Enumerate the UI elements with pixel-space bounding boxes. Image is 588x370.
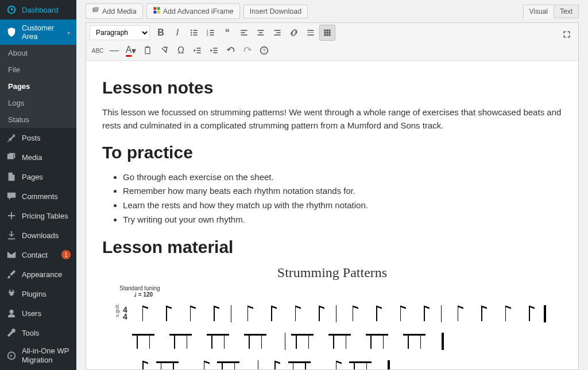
- svg-rect-35: [324, 29, 326, 31]
- submenu-logs[interactable]: Logs: [0, 95, 76, 111]
- svg-rect-6: [94, 7, 99, 11]
- migrate-icon: [6, 350, 17, 361]
- page-icon: [6, 171, 17, 182]
- menu-users[interactable]: Users: [0, 303, 76, 323]
- menu-label: Comments: [22, 192, 71, 201]
- menu-media[interactable]: Media: [0, 147, 76, 167]
- insert-download-button[interactable]: Insert Download: [243, 5, 308, 18]
- paste-text-button[interactable]: [140, 42, 156, 59]
- menu-downloads[interactable]: Downloads: [0, 225, 76, 245]
- menu-migration[interactable]: All-in-One WP Migration: [0, 342, 76, 368]
- button-label: Add Advanced iFrame: [163, 7, 234, 15]
- svg-rect-37: [328, 29, 330, 31]
- editor-container: Paragraph B I 123 “ ABC — A ▾ Ω: [86, 22, 579, 370]
- list-item: Learn the rests and how they match up wi…: [123, 198, 562, 213]
- submenu-about[interactable]: About: [0, 45, 76, 61]
- sheet-tuning: Standard tuning: [119, 285, 562, 291]
- readmore-button[interactable]: [303, 25, 319, 41]
- fullscreen-button[interactable]: [559, 26, 575, 42]
- plug-icon: [6, 288, 17, 299]
- time-signature: 44: [123, 307, 127, 320]
- menu-pages[interactable]: Pages: [0, 167, 76, 186]
- svg-rect-16: [193, 34, 197, 36]
- submenu-status[interactable]: Status: [0, 111, 76, 128]
- shield-icon: [6, 26, 17, 38]
- submenu-file[interactable]: File: [0, 61, 76, 78]
- link-button[interactable]: [286, 25, 302, 41]
- number-list-button[interactable]: 123: [203, 25, 219, 41]
- align-center-button[interactable]: [253, 25, 269, 41]
- add-media-button[interactable]: Add Media: [86, 3, 143, 19]
- menu-label: Downloads: [22, 231, 71, 240]
- menu-tools[interactable]: Tools: [0, 323, 76, 342]
- add-iframe-button[interactable]: Add Advanced iFrame: [146, 3, 240, 19]
- menu-label: All-in-One WP Migration: [22, 346, 71, 364]
- textcolor-button[interactable]: A ▾: [123, 42, 139, 59]
- media-icon: [92, 6, 100, 16]
- editor-toolbar: Paragraph B I 123 “ ABC — A ▾ Ω: [86, 23, 578, 61]
- dashboard-icon: [6, 4, 17, 15]
- svg-rect-24: [241, 32, 245, 33]
- menu-plugins[interactable]: Plugins: [0, 284, 76, 303]
- undo-button[interactable]: [223, 42, 239, 59]
- toolbar-toggle-button[interactable]: [319, 25, 335, 41]
- format-select[interactable]: Paragraph: [90, 25, 150, 40]
- menu-label: Appearance: [22, 270, 71, 279]
- svg-point-11: [191, 30, 192, 31]
- menu-pricing[interactable]: Pricing Tables: [0, 206, 76, 225]
- heading-lesson-notes: Lesson notes: [102, 78, 562, 98]
- menu-label: Dashboard: [22, 6, 71, 14]
- blockquote-button[interactable]: “: [219, 25, 235, 41]
- menu-appearance[interactable]: Appearance: [0, 264, 76, 284]
- heading-to-practice: To practice: [102, 143, 562, 162]
- svg-rect-10: [157, 11, 160, 14]
- menu-contact[interactable]: Contact 1: [0, 245, 76, 264]
- wrench-icon: [6, 327, 17, 338]
- svg-rect-36: [326, 29, 328, 31]
- bullet-list-button[interactable]: [186, 25, 202, 41]
- menu-label: Contact: [22, 251, 59, 259]
- strikethrough-button[interactable]: ABC: [90, 42, 106, 59]
- svg-rect-45: [146, 46, 149, 48]
- plus-icon: [6, 210, 17, 221]
- italic-button[interactable]: I: [169, 25, 185, 41]
- tab-visual[interactable]: Visual: [523, 5, 554, 18]
- outdent-button[interactable]: [189, 42, 206, 59]
- svg-rect-40: [328, 32, 330, 33]
- svg-rect-44: [145, 47, 150, 53]
- tab-text[interactable]: Text: [554, 5, 579, 18]
- svg-rect-43: [328, 34, 330, 36]
- bold-button[interactable]: B: [153, 25, 169, 41]
- redo-button[interactable]: [239, 42, 256, 59]
- hr-button[interactable]: —: [106, 42, 122, 59]
- clear-format-button[interactable]: [156, 42, 172, 59]
- main-content: Add Media Add Advanced iFrame Insert Dow…: [76, 0, 588, 370]
- menu-dashboard[interactable]: Dashboard: [0, 0, 76, 20]
- button-label: Add Media: [102, 7, 137, 15]
- svg-text:3: 3: [207, 34, 208, 37]
- music-sheet: Strumming Patterns Standard tuning ♩ = 1…: [102, 265, 562, 370]
- svg-rect-26: [257, 30, 264, 31]
- help-button[interactable]: ?: [256, 42, 272, 59]
- editor-body[interactable]: Lesson notes This lesson we focussed on …: [86, 61, 578, 369]
- svg-rect-27: [259, 32, 262, 33]
- indent-button[interactable]: [206, 42, 222, 59]
- align-right-button[interactable]: [269, 25, 285, 41]
- menu-comments[interactable]: Comments: [0, 186, 76, 206]
- svg-rect-31: [274, 34, 280, 36]
- svg-point-15: [191, 34, 192, 36]
- svg-rect-30: [276, 32, 280, 33]
- submenu-pages[interactable]: Pages: [0, 78, 76, 95]
- menu-customer-area[interactable]: Customer Area ▸: [0, 20, 76, 45]
- align-left-button[interactable]: [236, 25, 252, 41]
- sheet-tempo: ♩ = 120: [134, 291, 562, 298]
- svg-rect-28: [257, 34, 264, 36]
- svg-rect-42: [326, 34, 328, 36]
- pin-icon: [6, 132, 17, 143]
- practice-list: Go through each exercise on the sheet. R…: [123, 170, 562, 227]
- iframe-icon: [153, 6, 161, 16]
- menu-posts[interactable]: Posts: [0, 128, 76, 147]
- comment-icon: [6, 190, 17, 202]
- button-label: Insert Download: [250, 7, 301, 15]
- special-char-button[interactable]: Ω: [173, 42, 189, 59]
